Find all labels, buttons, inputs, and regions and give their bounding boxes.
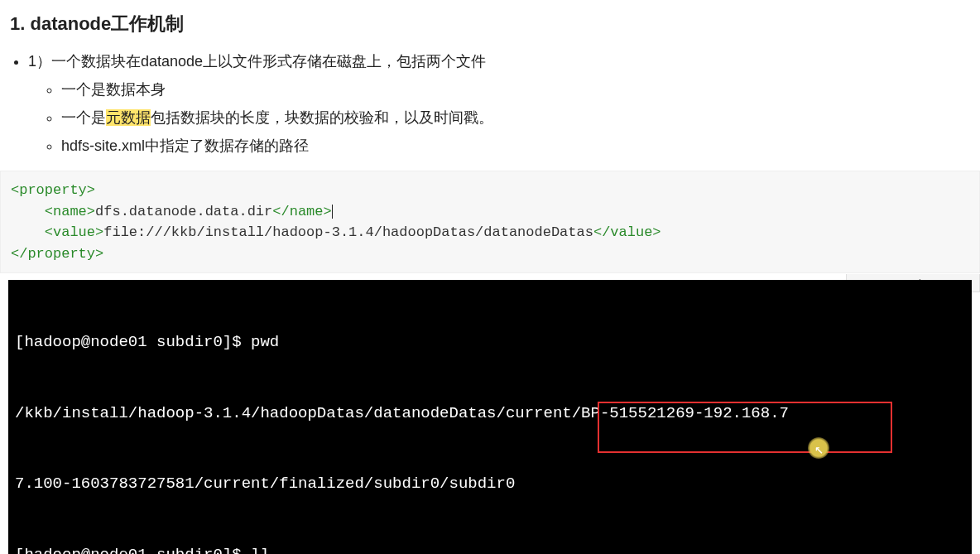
list-text: hdfs-site.xml中指定了数据存储的路径 [61, 137, 309, 154]
xml-tag: <property> [11, 182, 95, 198]
xml-value: file:///kkb/install/hadoop-3.1.4/hadoopD… [103, 224, 593, 240]
terminal-line: [hadoop@node01 subdir0]$ ll [15, 543, 965, 555]
mouse-cursor-highlight-icon [808, 437, 829, 459]
list-text: 包括数据块的长度，块数据的校验和，以及时间戳。 [151, 109, 493, 126]
xml-code-block: <property> <name>dfs.datanode.data.dir</… [0, 171, 980, 273]
xml-tag: </name> [272, 204, 331, 219]
list-item: 1）一个数据块在datanode上以文件形式存储在磁盘上，包括两个文件 一个是数… [28, 51, 970, 156]
bullet-list-sub: 一个是数据本身 一个是元数据包括数据块的长度，块数据的校验和，以及时间戳。 hd… [28, 79, 970, 156]
xml-tag: <name> [45, 204, 95, 219]
mouse-cursor-icon: ↖ [814, 439, 824, 461]
section-heading: 1. datanode工作机制 [10, 12, 970, 36]
xml-value: dfs.datanode.data.dir [95, 204, 272, 219]
terminal-line: [hadoop@node01 subdir0]$ pwd [15, 330, 965, 354]
terminal-output: [hadoop@node01 subdir0]$ pwd /kkb/instal… [8, 280, 972, 554]
xml-tag: </property> [11, 246, 103, 262]
bullet-list-main: 1）一个数据块在datanode上以文件形式存储在磁盘上，包括两个文件 一个是数… [10, 51, 970, 156]
list-text: 1）一个数据块在datanode上以文件形式存储在磁盘上，包括两个文件 [28, 53, 486, 70]
list-item: hdfs-site.xml中指定了数据存储的路径 [61, 136, 970, 156]
xml-tag: <value> [45, 224, 103, 240]
terminal-line: /kkb/install/hadoop-3.1.4/hadoopDatas/da… [15, 402, 965, 426]
list-item: 一个是元数据包括数据块的长度，块数据的校验和，以及时间戳。 [61, 108, 970, 128]
list-item: 一个是数据本身 [61, 79, 970, 99]
list-text: 一个是数据本身 [61, 81, 166, 98]
highlighted-text: 元数据 [106, 109, 151, 126]
terminal-line: 7.100-1603783727581/current/finalized/su… [15, 472, 965, 496]
list-text: 一个是 [61, 109, 106, 126]
xml-tag: </value> [593, 224, 661, 240]
text-cursor-icon [332, 205, 333, 219]
